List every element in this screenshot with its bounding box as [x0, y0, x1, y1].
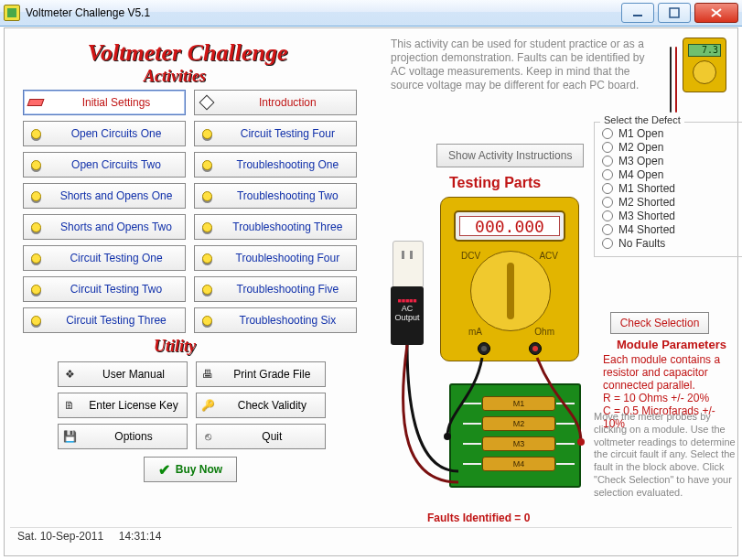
user-manual-icon: ❖: [59, 368, 81, 381]
defect-label: No Faults: [618, 237, 665, 250]
defect-option-m4-open[interactable]: M4 Open: [602, 168, 736, 181]
activities-grid: Initial SettingsOpen Circuits OneOpen Ci…: [23, 90, 358, 339]
activity-circuit-testing-four[interactable]: Circuit Testing Four: [194, 121, 357, 146]
defect-radio[interactable]: [602, 238, 613, 249]
defect-option-m2-open[interactable]: M2 Open: [602, 141, 736, 154]
check-selection-button[interactable]: Check Selection: [610, 312, 709, 334]
activity-label: Troubleshooting One: [219, 158, 356, 171]
utility-user-manual[interactable]: ❖User Manual: [58, 361, 188, 387]
defect-label: M4 Open: [618, 168, 663, 181]
activity-label: Troubleshooting Four: [219, 252, 356, 264]
bulb-icon: [197, 250, 217, 266]
bulb-icon: [26, 281, 46, 297]
defect-label: M2 Shorted: [618, 196, 675, 209]
activity-label: Open Circuits One: [48, 127, 185, 140]
activity-open-circuits-two[interactable]: Open Circuits Two: [23, 152, 186, 178]
module-parameters-line2: R = 10 Ohms +/- 20%: [603, 392, 740, 404]
utility-print-grade-file[interactable]: 🖶Print Grade File: [196, 361, 326, 387]
activity-label: Troubleshooting Two: [219, 189, 356, 202]
activity-label: Circuit Testing Two: [48, 283, 185, 296]
diamond-icon: [197, 94, 217, 111]
activity-troubleshooting-one[interactable]: Troubleshooting One: [194, 152, 357, 178]
defect-option-m3-shorted[interactable]: M3 Shorted: [602, 210, 736, 222]
svg-rect-0: [633, 15, 642, 16]
activity-label: Circuit Testing Four: [219, 127, 356, 140]
utility-label: Check Validity: [219, 399, 325, 412]
quit-icon: ⎋: [197, 430, 219, 443]
activity-open-circuits-one[interactable]: Open Circuits One: [23, 121, 186, 146]
activity-initial-settings[interactable]: Initial Settings: [23, 90, 186, 115]
close-icon: [710, 7, 723, 18]
defect-radio[interactable]: [602, 142, 613, 153]
maximize-button[interactable]: [658, 3, 691, 23]
activity-label: Circuit Testing Three: [48, 314, 185, 327]
utility-options[interactable]: 💾Options: [58, 424, 188, 449]
module-parameters-line1: Each module contains a resistor and capa…: [603, 353, 740, 392]
defect-radio[interactable]: [602, 169, 613, 180]
module-parameters-title: Module Parameters: [603, 338, 740, 351]
circuit-scene: ■■■■■ AC Output 000.000 DCV ACV mA Ohm M…: [383, 197, 588, 506]
activity-troubleshooting-six[interactable]: Troubleshooting Six: [194, 307, 357, 333]
utility-label: Print Grade File: [219, 368, 325, 381]
svg-point-2: [444, 433, 451, 440]
minimize-button[interactable]: [621, 3, 654, 23]
activity-circuit-testing-one[interactable]: Circuit Testing One: [23, 245, 186, 271]
activity-label: Circuit Testing One: [48, 252, 185, 264]
activity-troubleshooting-five[interactable]: Troubleshooting Five: [194, 276, 357, 302]
bulb-icon: [197, 125, 217, 142]
bulb-icon: [26, 156, 46, 173]
check-icon: ✔: [158, 461, 170, 479]
defect-radio[interactable]: [602, 156, 613, 167]
svg-point-3: [577, 438, 585, 446]
defect-radio[interactable]: [602, 210, 613, 221]
defect-option-m1-shorted[interactable]: M1 Shorted: [602, 182, 736, 195]
utility-label: Options: [81, 430, 187, 443]
activities-heading: Activities: [10, 67, 339, 86]
activity-troubleshooting-three[interactable]: Troubleshooting Three: [194, 214, 357, 240]
print-grade-file-icon: 🖶: [197, 368, 219, 381]
utility-label: User Manual: [81, 368, 187, 381]
client-area: Voltmeter Challenge Activities Initial S…: [4, 27, 738, 556]
activity-circuit-testing-two[interactable]: Circuit Testing Two: [23, 276, 186, 302]
defect-radio[interactable]: [602, 183, 613, 194]
activity-shorts-and-opens-one[interactable]: Shorts and Opens One: [23, 183, 186, 209]
mini-voltmeter-icon: 7.3: [666, 38, 725, 116]
bulb-icon: [26, 188, 46, 204]
bulb-icon: [26, 312, 46, 328]
status-bar: Sat. 10-Sep-2011 14:31:14: [10, 527, 732, 550]
defect-radio[interactable]: [602, 128, 613, 139]
bulb-icon: [26, 250, 46, 266]
app-icon: [4, 5, 20, 21]
svg-rect-1: [670, 8, 679, 17]
activity-circuit-testing-three[interactable]: Circuit Testing Three: [23, 307, 186, 333]
bulb-icon: [197, 281, 217, 297]
buy-now-label: Buy Now: [176, 463, 222, 476]
app-heading: Voltmeter Challenge: [23, 39, 352, 67]
defect-label: M2 Open: [618, 141, 663, 154]
utility-enter-license-key[interactable]: 🗎Enter License Key: [58, 393, 188, 418]
show-activity-instructions-button[interactable]: Show Activity Instructions: [436, 144, 584, 167]
bulb-icon: [197, 312, 217, 328]
defect-option-m4-shorted[interactable]: M4 Shorted: [602, 223, 736, 236]
activity-troubleshooting-two[interactable]: Troubleshooting Two: [194, 183, 357, 209]
defect-radio[interactable]: [602, 197, 613, 208]
titlebar: Voltmeter Challenge V5.1: [0, 0, 742, 27]
utility-check-validity[interactable]: 🔑Check Validity: [196, 393, 326, 418]
activity-description: This activity can be used for student pr…: [391, 38, 645, 92]
utility-label: Enter License Key: [81, 399, 187, 412]
bulb-icon: [26, 125, 46, 142]
defect-option-m2-shorted[interactable]: M2 Shorted: [602, 196, 736, 209]
activity-troubleshooting-four[interactable]: Troubleshooting Four: [194, 245, 357, 271]
defect-option-m3-open[interactable]: M3 Open: [602, 155, 736, 167]
close-button[interactable]: [694, 3, 738, 23]
defect-radio[interactable]: [602, 224, 613, 235]
utility-quit[interactable]: ⎋Quit: [196, 424, 326, 449]
activity-shorts-and-opens-two[interactable]: Shorts and Opens Two: [23, 214, 186, 240]
utility-heading: Utility: [10, 337, 339, 356]
bulb-icon: [197, 156, 217, 173]
activity-introduction[interactable]: Introduction: [194, 90, 357, 115]
buy-now-button[interactable]: ✔ Buy Now: [144, 457, 237, 482]
defect-option-no-faults[interactable]: No Faults: [602, 237, 736, 250]
defect-option-m1-open[interactable]: M1 Open: [602, 127, 736, 140]
status-date: Sat. 10-Sep-2011: [17, 530, 103, 543]
